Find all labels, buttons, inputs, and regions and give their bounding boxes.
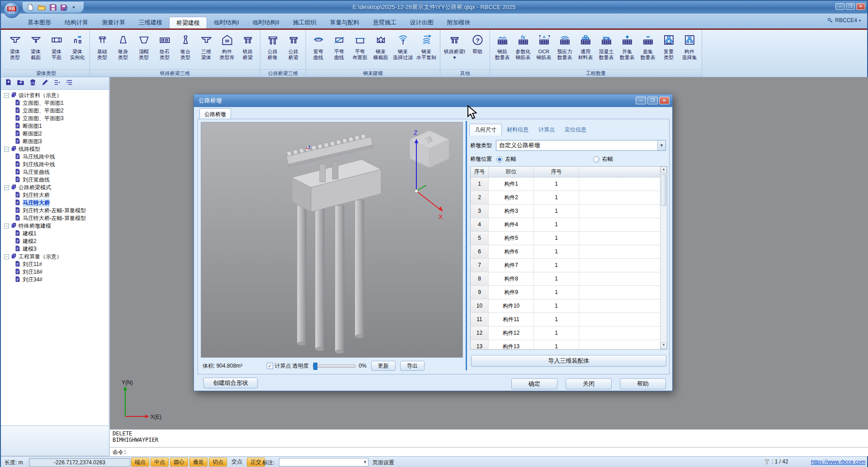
add-item-icon[interactable] [5, 79, 12, 88]
collapse-all-icon[interactable] [66, 79, 73, 88]
command-prompt[interactable]: 命令: [110, 448, 868, 457]
scroll-down-icon[interactable]: ▼ [660, 342, 667, 349]
tbl-ocr-button[interactable]: AOCR钢筋表 [533, 33, 554, 62]
ribbon-tab-三维建模[interactable]: 三维建模 [132, 17, 169, 28]
help-button[interactable]: ?帮助 [467, 33, 488, 56]
tendon-filter-button[interactable]: 钢束选择过滤 [391, 33, 415, 62]
table-row[interactable]: 12构件121 [471, 327, 667, 340]
tree-item[interactable]: 建模2 [3, 238, 109, 245]
tree-section[interactable]: −公路桥梁模式 [3, 184, 109, 191]
tree-item[interactable]: 刘庄线路中线 [3, 161, 109, 168]
annotation-select[interactable]: ▼ [279, 458, 368, 467]
table-row[interactable]: 9构件91 [471, 286, 667, 299]
radio-left[interactable] [496, 156, 503, 163]
tree-item[interactable]: 断面图3 [3, 138, 109, 145]
tree-item[interactable]: 立面图、平面图1 [3, 99, 109, 107]
ribbon-tab-临时结构I[interactable]: 临时结构I [207, 17, 246, 28]
tree-section[interactable]: −设计资料（示意） [3, 92, 109, 99]
plan-surface-button[interactable]: 平弯布置面 [349, 33, 370, 62]
snap-toggle-垂足[interactable]: 垂足 [189, 458, 208, 467]
slider-handle[interactable] [313, 363, 317, 370]
website-link[interactable]: https://www.rbcce.com [811, 459, 865, 465]
table-row[interactable]: 7构件71 [471, 259, 667, 272]
tbl-prestress-button[interactable]: 预应力数量表 [554, 33, 575, 62]
tree-collapse-icon[interactable]: − [4, 185, 9, 190]
tree-item[interactable]: 刘庄竖曲线 [3, 176, 109, 184]
dialog-maximize-button[interactable]: ❐ [647, 97, 658, 104]
tbl-rebar-button[interactable]: 钢筋数量表 [492, 33, 513, 62]
tendon-section-button[interactable]: 钢束横截面 [370, 33, 391, 62]
properties-tab-几何尺寸[interactable]: 几何尺寸 [469, 124, 502, 135]
qat-customize-icon[interactable]: ▼ [72, 5, 75, 9]
table-row[interactable]: 3构件31 [471, 205, 667, 218]
pier-body-button[interactable]: 墩身类型 [113, 33, 133, 62]
tree-item[interactable]: 刘庄11# [3, 261, 109, 268]
tree-section[interactable]: −线路模型 [3, 145, 109, 153]
radio-right[interactable] [593, 156, 599, 163]
tendon-copy-button[interactable]: 钢束水平复制 [415, 33, 438, 62]
ribbon-tab-施工组织[interactable]: 施工组织 [286, 17, 323, 28]
tree-item[interactable]: 断面图1 [3, 122, 109, 130]
pad-stone-button[interactable]: 垫石类型 [154, 33, 175, 62]
calc-type-button[interactable]: 算量类型 [658, 33, 679, 62]
model-3d-viewport[interactable]: 顶 前 右 Z X [201, 122, 463, 358]
plan-curve-button[interactable]: 平弯曲线 [329, 33, 349, 62]
table-row[interactable]: 13构件131 [471, 340, 667, 350]
properties-tab-材料信息[interactable]: 材料信息 [502, 124, 533, 135]
table-row[interactable]: 4构件41 [471, 218, 667, 232]
create-shape-button[interactable]: 创建组合形状 [203, 378, 258, 388]
scroll-up-icon[interactable]: ▲ [660, 167, 667, 173]
delete-icon[interactable] [29, 79, 37, 88]
tree-collapse-icon[interactable]: − [4, 224, 9, 229]
beam-plan-button[interactable]: 梁体平面 [46, 33, 67, 62]
tree-item[interactable]: 立面图、平面图3 [3, 115, 109, 122]
cap-type-button[interactable]: 顶帽类型 [133, 33, 154, 62]
export-button[interactable]: 导出 [400, 361, 425, 371]
tbl-concrete-button[interactable]: 混凝土数量表 [596, 33, 617, 62]
import-assembly-button[interactable]: 导入三维装配体 [471, 355, 666, 367]
snap-toggle-中点[interactable]: 中点 [151, 458, 169, 467]
tree-item[interactable]: 立面图、平面图2 [3, 107, 109, 115]
ribbon-tab-结构计算[interactable]: 结构计算 [58, 17, 95, 28]
table-row[interactable]: 11构件111 [471, 313, 667, 327]
tree-item[interactable]: 刘庄18# [3, 268, 109, 276]
beam-type-button[interactable]: 梁体类型 [5, 33, 25, 62]
ribbon-tab-附加模块[interactable]: 附加模块 [440, 17, 477, 28]
dialog-minimize-button[interactable]: ─ [636, 97, 646, 104]
beam-instance-button[interactable]: 梁体实例化 [67, 33, 88, 62]
tree-collapse-icon[interactable]: − [4, 93, 9, 98]
table-row[interactable]: 1构件11 [471, 177, 667, 191]
rail-bridge-button[interactable]: 铁路桥梁 [237, 33, 258, 62]
snap-toggle-切点[interactable]: 切点 [209, 458, 227, 467]
properties-tab-计算点[interactable]: 计算点 [533, 124, 560, 135]
tree-item[interactable]: 刘庄34# [3, 276, 109, 284]
table-scrollbar[interactable]: ▲ ▼ [660, 167, 667, 349]
table-row[interactable]: 2构件21 [471, 191, 667, 205]
ribbon-tab-悬臂施工[interactable]: 悬臂施工 [366, 17, 403, 28]
tree-section[interactable]: −工程算量（示意） [3, 253, 109, 261]
tree-item[interactable]: 马庄特大桥 [3, 199, 109, 207]
page-setup-button[interactable]: 页面设置 [373, 459, 394, 467]
command-window[interactable]: DELETEBIMHIGHWAYPIER 命令: [110, 429, 868, 456]
account-button[interactable]: RBCCE4 ▾ [827, 17, 861, 23]
vert-curve-button[interactable]: 竖弯曲线 [308, 33, 329, 62]
tbl-param-button[interactable]: fx参数化钢筋表 [513, 33, 533, 62]
ribbon-tab-测量计算[interactable]: 测量计算 [95, 17, 132, 28]
select-dropdown-icon[interactable]: ▼ [657, 140, 665, 150]
comp-select-button[interactable]: 构件选择集 [679, 33, 700, 62]
ok-button[interactable]: 确定 [511, 378, 557, 389]
minimize-button[interactable]: ─ [835, 3, 844, 10]
table-row[interactable]: 8构件81 [471, 272, 667, 286]
close-button[interactable]: ✕ [856, 3, 865, 10]
foundation-button[interactable]: 基础类型 [92, 33, 113, 62]
ribbon-tab-算量与配料[interactable]: 算量与配料 [323, 17, 366, 28]
snap-toggle-交点[interactable]: 交点 [228, 458, 245, 467]
rail-bridge-button[interactable]: 公路桥梁 [283, 33, 304, 62]
tree-item[interactable]: 马庄线路中线 [3, 153, 109, 161]
road-pier-button[interactable]: 公路桥墩 [262, 33, 283, 62]
expand-all-icon[interactable] [53, 79, 61, 88]
beam-section-button[interactable]: 梁体截面 [25, 33, 46, 62]
tree-section[interactable]: −特殊桥墩建模 [3, 222, 109, 230]
tree-item[interactable]: 断面图2 [3, 130, 109, 138]
transparency-slider[interactable] [312, 364, 356, 368]
